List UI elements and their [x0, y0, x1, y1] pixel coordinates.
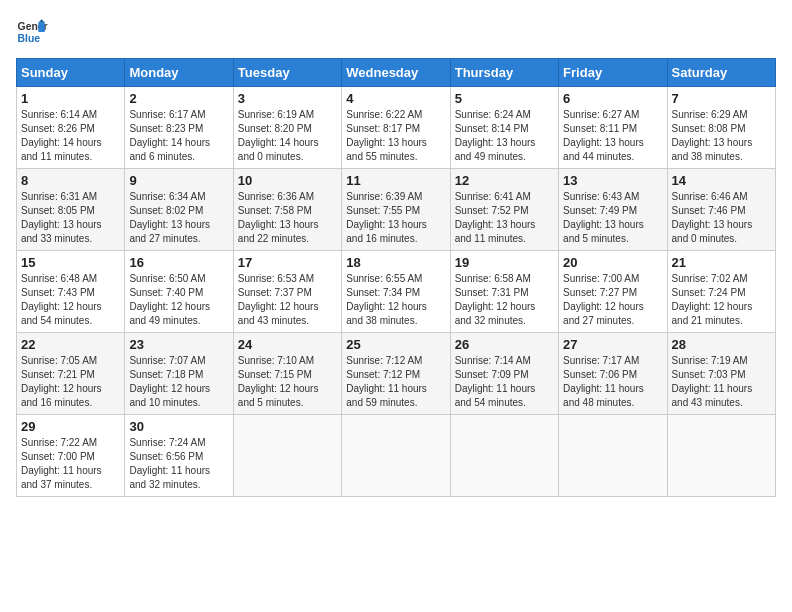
calendar-cell: 27Sunrise: 7:17 AMSunset: 7:06 PMDayligh… [559, 333, 667, 415]
day-number: 17 [238, 255, 337, 270]
weekday-header-sunday: Sunday [17, 59, 125, 87]
day-info: Sunrise: 7:05 AMSunset: 7:21 PMDaylight:… [21, 354, 120, 410]
svg-marker-2 [38, 22, 44, 32]
calendar-week-0: 1Sunrise: 6:14 AMSunset: 8:26 PMDaylight… [17, 87, 776, 169]
day-number: 19 [455, 255, 554, 270]
calendar-cell: 2Sunrise: 6:17 AMSunset: 8:23 PMDaylight… [125, 87, 233, 169]
day-info: Sunrise: 6:55 AMSunset: 7:34 PMDaylight:… [346, 272, 445, 328]
calendar-cell: 26Sunrise: 7:14 AMSunset: 7:09 PMDayligh… [450, 333, 558, 415]
day-info: Sunrise: 7:17 AMSunset: 7:06 PMDaylight:… [563, 354, 662, 410]
calendar-cell: 28Sunrise: 7:19 AMSunset: 7:03 PMDayligh… [667, 333, 775, 415]
logo: General Blue [16, 16, 48, 48]
day-info: Sunrise: 6:14 AMSunset: 8:26 PMDaylight:… [21, 108, 120, 164]
day-number: 11 [346, 173, 445, 188]
day-info: Sunrise: 6:22 AMSunset: 8:17 PMDaylight:… [346, 108, 445, 164]
day-number: 5 [455, 91, 554, 106]
day-number: 15 [21, 255, 120, 270]
day-number: 10 [238, 173, 337, 188]
day-number: 26 [455, 337, 554, 352]
day-info: Sunrise: 7:19 AMSunset: 7:03 PMDaylight:… [672, 354, 771, 410]
calendar-cell: 15Sunrise: 6:48 AMSunset: 7:43 PMDayligh… [17, 251, 125, 333]
calendar-cell: 17Sunrise: 6:53 AMSunset: 7:37 PMDayligh… [233, 251, 341, 333]
day-info: Sunrise: 6:34 AMSunset: 8:02 PMDaylight:… [129, 190, 228, 246]
weekday-header-saturday: Saturday [667, 59, 775, 87]
logo-icon: General Blue [16, 16, 48, 48]
calendar-cell: 22Sunrise: 7:05 AMSunset: 7:21 PMDayligh… [17, 333, 125, 415]
day-number: 12 [455, 173, 554, 188]
calendar-week-3: 22Sunrise: 7:05 AMSunset: 7:21 PMDayligh… [17, 333, 776, 415]
calendar-cell [233, 415, 341, 497]
weekday-header-row: SundayMondayTuesdayWednesdayThursdayFrid… [17, 59, 776, 87]
calendar-table: SundayMondayTuesdayWednesdayThursdayFrid… [16, 58, 776, 497]
day-number: 27 [563, 337, 662, 352]
day-number: 4 [346, 91, 445, 106]
calendar-cell: 5Sunrise: 6:24 AMSunset: 8:14 PMDaylight… [450, 87, 558, 169]
weekday-header-thursday: Thursday [450, 59, 558, 87]
calendar-cell [667, 415, 775, 497]
calendar-cell: 9Sunrise: 6:34 AMSunset: 8:02 PMDaylight… [125, 169, 233, 251]
day-number: 24 [238, 337, 337, 352]
calendar-cell: 3Sunrise: 6:19 AMSunset: 8:20 PMDaylight… [233, 87, 341, 169]
day-info: Sunrise: 6:27 AMSunset: 8:11 PMDaylight:… [563, 108, 662, 164]
day-number: 21 [672, 255, 771, 270]
weekday-header-monday: Monday [125, 59, 233, 87]
day-info: Sunrise: 6:46 AMSunset: 7:46 PMDaylight:… [672, 190, 771, 246]
day-info: Sunrise: 6:39 AMSunset: 7:55 PMDaylight:… [346, 190, 445, 246]
calendar-cell: 20Sunrise: 7:00 AMSunset: 7:27 PMDayligh… [559, 251, 667, 333]
calendar-cell: 6Sunrise: 6:27 AMSunset: 8:11 PMDaylight… [559, 87, 667, 169]
weekday-header-tuesday: Tuesday [233, 59, 341, 87]
calendar-cell: 14Sunrise: 6:46 AMSunset: 7:46 PMDayligh… [667, 169, 775, 251]
calendar-cell: 8Sunrise: 6:31 AMSunset: 8:05 PMDaylight… [17, 169, 125, 251]
day-number: 25 [346, 337, 445, 352]
calendar-cell: 21Sunrise: 7:02 AMSunset: 7:24 PMDayligh… [667, 251, 775, 333]
day-info: Sunrise: 7:02 AMSunset: 7:24 PMDaylight:… [672, 272, 771, 328]
day-number: 2 [129, 91, 228, 106]
day-info: Sunrise: 6:50 AMSunset: 7:40 PMDaylight:… [129, 272, 228, 328]
day-info: Sunrise: 6:36 AMSunset: 7:58 PMDaylight:… [238, 190, 337, 246]
day-number: 1 [21, 91, 120, 106]
calendar-cell: 23Sunrise: 7:07 AMSunset: 7:18 PMDayligh… [125, 333, 233, 415]
day-info: Sunrise: 6:19 AMSunset: 8:20 PMDaylight:… [238, 108, 337, 164]
day-info: Sunrise: 7:24 AMSunset: 6:56 PMDaylight:… [129, 436, 228, 492]
day-info: Sunrise: 6:48 AMSunset: 7:43 PMDaylight:… [21, 272, 120, 328]
day-info: Sunrise: 6:58 AMSunset: 7:31 PMDaylight:… [455, 272, 554, 328]
day-info: Sunrise: 7:00 AMSunset: 7:27 PMDaylight:… [563, 272, 662, 328]
day-info: Sunrise: 7:22 AMSunset: 7:00 PMDaylight:… [21, 436, 120, 492]
day-info: Sunrise: 6:29 AMSunset: 8:08 PMDaylight:… [672, 108, 771, 164]
calendar-cell: 25Sunrise: 7:12 AMSunset: 7:12 PMDayligh… [342, 333, 450, 415]
day-info: Sunrise: 6:43 AMSunset: 7:49 PMDaylight:… [563, 190, 662, 246]
day-info: Sunrise: 7:14 AMSunset: 7:09 PMDaylight:… [455, 354, 554, 410]
calendar-cell: 11Sunrise: 6:39 AMSunset: 7:55 PMDayligh… [342, 169, 450, 251]
day-number: 9 [129, 173, 228, 188]
calendar-header: SundayMondayTuesdayWednesdayThursdayFrid… [17, 59, 776, 87]
calendar-cell: 1Sunrise: 6:14 AMSunset: 8:26 PMDaylight… [17, 87, 125, 169]
svg-text:Blue: Blue [18, 33, 41, 44]
day-number: 18 [346, 255, 445, 270]
page-header: General Blue [16, 16, 776, 48]
calendar-cell: 10Sunrise: 6:36 AMSunset: 7:58 PMDayligh… [233, 169, 341, 251]
calendar-cell: 29Sunrise: 7:22 AMSunset: 7:00 PMDayligh… [17, 415, 125, 497]
day-number: 23 [129, 337, 228, 352]
day-number: 13 [563, 173, 662, 188]
day-info: Sunrise: 6:17 AMSunset: 8:23 PMDaylight:… [129, 108, 228, 164]
day-number: 29 [21, 419, 120, 434]
day-number: 28 [672, 337, 771, 352]
calendar-week-4: 29Sunrise: 7:22 AMSunset: 7:00 PMDayligh… [17, 415, 776, 497]
day-number: 3 [238, 91, 337, 106]
calendar-cell [559, 415, 667, 497]
day-number: 7 [672, 91, 771, 106]
day-info: Sunrise: 7:12 AMSunset: 7:12 PMDaylight:… [346, 354, 445, 410]
calendar-cell: 30Sunrise: 7:24 AMSunset: 6:56 PMDayligh… [125, 415, 233, 497]
calendar-body: 1Sunrise: 6:14 AMSunset: 8:26 PMDaylight… [17, 87, 776, 497]
day-number: 16 [129, 255, 228, 270]
day-info: Sunrise: 6:53 AMSunset: 7:37 PMDaylight:… [238, 272, 337, 328]
day-number: 8 [21, 173, 120, 188]
calendar-cell [450, 415, 558, 497]
day-number: 20 [563, 255, 662, 270]
weekday-header-wednesday: Wednesday [342, 59, 450, 87]
day-info: Sunrise: 7:10 AMSunset: 7:15 PMDaylight:… [238, 354, 337, 410]
day-info: Sunrise: 6:24 AMSunset: 8:14 PMDaylight:… [455, 108, 554, 164]
calendar-cell [342, 415, 450, 497]
day-number: 30 [129, 419, 228, 434]
calendar-cell: 13Sunrise: 6:43 AMSunset: 7:49 PMDayligh… [559, 169, 667, 251]
